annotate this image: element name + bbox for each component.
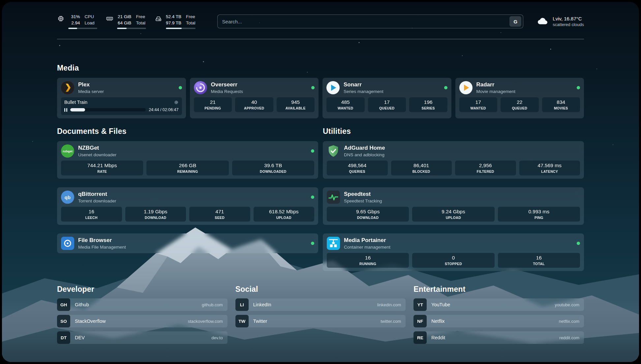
radarr-card-header: Radarr Movie management [459, 81, 580, 94]
bookmark-github[interactable]: GH Github github.com [57, 298, 228, 311]
bookmark-url: stackoverflow.com [188, 319, 227, 324]
stat-value: 2,956 [456, 163, 515, 168]
media-section: Media Plex Media server [57, 64, 584, 118]
stat-value: 471 [191, 209, 249, 215]
stat-label: REMAINING [148, 169, 227, 173]
nzbget-stat-downloaded: 39.6 TB DOWNLOADED [232, 161, 314, 175]
nzbget-stat-remaining: 266 GB REMAINING [146, 161, 229, 175]
cpu-chip-icon [57, 15, 65, 24]
filebrowser-icon [61, 237, 74, 250]
plex-card[interactable]: Plex Media server Bullet Train [57, 78, 186, 118]
ram-progress-bar [117, 28, 146, 29]
stat-value: 16 [499, 255, 579, 261]
stat-label: QUEUED [502, 106, 537, 110]
overseerr-stats: 21 PENDING 40 APPROVED 945 AVAILABLE [194, 97, 315, 112]
portainer-stat-stopped: 0 STOPPED [412, 253, 494, 268]
bookmark-name: Github [75, 302, 89, 307]
stat-label: RATE [62, 169, 142, 173]
netflix-badge: NF [413, 315, 427, 327]
cpu-usage-value: 31% [68, 14, 80, 20]
service-name: NZBGet [78, 145, 116, 151]
nzbget-card[interactable]: nzbget NZBGet Usenet downloader 744.21 M… [57, 141, 318, 179]
media-cards-row: Plex Media server Bullet Train [57, 78, 584, 118]
ram-free-label: Free [136, 14, 146, 20]
service-desc: Usenet downloader [78, 152, 116, 157]
stat-value: 16 [62, 209, 121, 215]
filebrowser-card[interactable]: File Browser Media File Management [57, 233, 318, 253]
bookmark-netflix[interactable]: NF Netflix netflix.com [413, 315, 584, 327]
adguard-stats: 498,564 QUERIES 86,401 BLOCKED 2,956 FIL… [327, 161, 580, 175]
bookmark-twitter[interactable]: TW Twitter twitter.com [235, 315, 406, 327]
bookmark-youtube[interactable]: YT YouTube youtube.com [413, 298, 584, 311]
portainer-card[interactable]: Media Portainer Container management 16 … [323, 233, 584, 271]
overseerr-card[interactable]: Overseerr Media Requests 21 PENDING 40 A… [190, 78, 319, 118]
bookmark-reddit[interactable]: RE Reddit reddit.com [413, 331, 584, 344]
adguard-stat-queries: 498,564 QUERIES [327, 161, 388, 175]
dashboard-content: 31% CPU 2.94 Load [2, 2, 639, 362]
stat-value: 86,401 [392, 163, 451, 168]
service-name: Sonarr [344, 81, 383, 88]
playback-time: 24:44 / 02:06:47 [149, 107, 178, 112]
bookmark-name: Reddit [431, 335, 445, 340]
stat-value: 498,564 [328, 163, 386, 168]
weather-cloud-icon [536, 15, 549, 28]
weather-widget: Lviv, 16.87°C scattered clouds [536, 15, 584, 28]
search-input[interactable] [222, 19, 510, 24]
documents-column: Documents & Files nzbget NZBGet Usenet d… [57, 118, 318, 253]
status-dot [311, 242, 314, 245]
stat-value: 618.52 Mbps [255, 209, 313, 215]
search-engine-button[interactable]: G [509, 16, 521, 27]
radarr-icon [459, 81, 473, 94]
section-title-media: Media [57, 64, 584, 73]
adguard-icon [327, 144, 340, 158]
stat-label: UPLOAD [255, 216, 313, 220]
disk-total-value: 97.9 TB [166, 20, 181, 26]
speedtest-stat-ping: 0.993 ms PING [498, 207, 580, 222]
stat-value: 21 [195, 99, 231, 105]
stackoverflow-badge: SO [57, 315, 70, 327]
sonarr-card[interactable]: Sonarr Series management 485 WANTED 17 Q… [322, 78, 451, 118]
bookmark-name: StackOverflow [75, 318, 106, 324]
reddit-badge: RE [413, 331, 427, 344]
stat-label: DOWNLOAD [328, 216, 408, 220]
bookmark-name: DEV [75, 335, 85, 340]
pause-icon[interactable] [64, 108, 67, 112]
playback-progress-bar [70, 108, 146, 111]
speedtest-card[interactable]: Speedtest Speedtest Tracking 9.65 Gbps D… [323, 187, 584, 225]
weather-location: Lviv, 16.87°C [553, 16, 584, 21]
stat-value: 834 [543, 99, 579, 105]
sonarr-stat-series: 196 SERIES [409, 97, 447, 112]
bookmark-dev[interactable]: DT DEV dev.to [57, 331, 228, 344]
service-desc: Media Requests [211, 89, 243, 94]
service-name: Overseerr [211, 81, 243, 88]
stat-label: WANTED [461, 106, 496, 110]
service-name: File Browser [78, 237, 126, 244]
bookmark-url: dev.to [211, 335, 227, 340]
stat-label: AVAILABLE [278, 106, 314, 110]
settings-gear-icon[interactable] [174, 100, 179, 105]
youtube-badge: YT [413, 298, 427, 311]
stat-label: FILTERED [456, 169, 515, 173]
overseerr-card-header: Overseerr Media Requests [194, 81, 315, 94]
stat-label: SERIES [411, 106, 446, 110]
plex-card-header: Plex Media server [61, 81, 182, 94]
radarr-card[interactable]: Radarr Movie management 17 WANTED 22 QUE… [455, 78, 584, 118]
stat-label: WANTED [328, 106, 363, 110]
filebrowser-card-header: File Browser Media File Management [61, 237, 314, 250]
cpu-load-value: 2.94 [68, 20, 80, 26]
service-desc: Movie management [476, 89, 516, 94]
qbittorrent-card[interactable]: qb qBittorrent Torrent downloader 16 LEE… [57, 187, 318, 225]
stat-value: 39.6 TB [233, 163, 313, 168]
bookmark-url: twitter.com [381, 319, 406, 324]
bookmark-url: reddit.com [559, 335, 584, 340]
adguard-card[interactable]: AdGuard Home DNS and adblocking 498,564 … [323, 141, 584, 179]
status-dot [577, 86, 580, 89]
stat-value: 47.569 ms [521, 163, 579, 168]
stat-value: 266 GB [148, 163, 227, 168]
bookmark-linkedin[interactable]: LI LinkedIn linkedin.com [235, 298, 406, 311]
sonarr-stats: 485 WANTED 17 QUEUED 196 SERIES [326, 97, 447, 112]
service-desc: Torrent downloader [78, 198, 116, 203]
bookmark-stackoverflow[interactable]: SO StackOverflow stackoverflow.com [57, 315, 228, 327]
stat-value: 744.21 Mbps [62, 163, 142, 168]
stat-value: 17 [461, 99, 496, 105]
